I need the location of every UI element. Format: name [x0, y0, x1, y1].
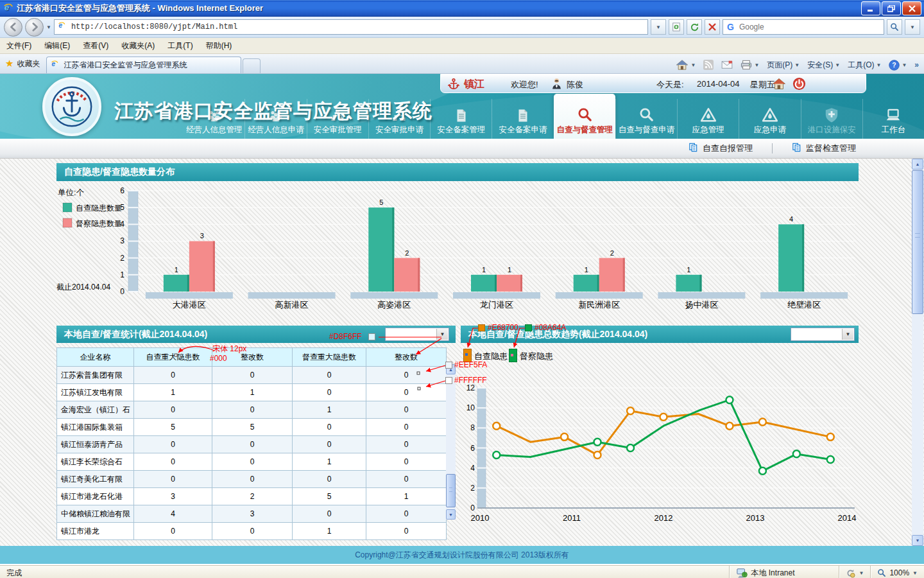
- nav-item-label: 安全备案申请: [499, 125, 547, 136]
- nav-item-12[interactable]: 工作台: [862, 99, 924, 139]
- back-button[interactable]: [4, 18, 22, 37]
- cell-value: 0: [293, 367, 366, 384]
- chevron-down-icon[interactable]: ▼: [436, 329, 448, 340]
- table-row[interactable]: 镇江恒泰沥青产品0000: [57, 436, 447, 453]
- scrollbar-up-button[interactable]: ▲: [912, 159, 923, 170]
- cell-value: 0: [212, 367, 293, 384]
- forward-button[interactable]: [25, 18, 44, 37]
- print-button[interactable]: ▼: [740, 60, 759, 70]
- nav-item-label: 港口设施保安: [808, 125, 856, 136]
- stop-button[interactable]: [705, 19, 720, 35]
- svg-text:2012: 2012: [654, 513, 673, 523]
- feeds-button[interactable]: [703, 60, 714, 70]
- home-shortcut-icon[interactable]: [772, 77, 786, 92]
- trend-filter-dropdown[interactable]: ▼: [791, 328, 855, 341]
- search-box[interactable]: G: [723, 19, 884, 35]
- compatibility-view-button[interactable]: [669, 19, 684, 35]
- user-avatar: [551, 77, 562, 92]
- table-row[interactable]: 中储粮镇江粮油有限4300: [57, 505, 447, 523]
- ie-logo-icon: e: [3, 3, 13, 15]
- cell-value: 0: [293, 384, 366, 401]
- zoom-control[interactable]: 100% ▼: [870, 566, 924, 578]
- svg-text:5: 5: [120, 203, 124, 212]
- svg-text:2: 2: [610, 249, 614, 257]
- search-button[interactable]: [887, 19, 902, 35]
- cell-value: 5: [212, 419, 293, 436]
- protected-mode-button[interactable]: ▼: [839, 566, 870, 578]
- cell-value: 1: [293, 401, 366, 419]
- nav-item-3[interactable]: 安全审批管理: [307, 99, 368, 139]
- cell-value: 4: [134, 505, 212, 523]
- tab-page-icon: e: [51, 60, 60, 71]
- nav-item-5[interactable]: 安全备案管理: [430, 99, 492, 139]
- menu-item[interactable]: 查看(V): [76, 38, 115, 53]
- table-scrollbar[interactable]: ▲ ▼: [446, 364, 456, 520]
- subnav-item-2[interactable]: 监督检查管理: [792, 143, 856, 154]
- table-row[interactable]: 镇江市港龙石化港3251: [57, 488, 447, 505]
- menu-item[interactable]: 工具(T): [161, 38, 199, 53]
- tools-menu-button[interactable]: 工具(O)▼: [848, 60, 881, 71]
- refresh-button[interactable]: [687, 19, 702, 35]
- address-bar: ▼ e ▼ G ▼: [0, 17, 924, 38]
- nav-item-7[interactable]: 自查与督查管理: [554, 94, 615, 139]
- nav-item-label: 应急管理: [692, 125, 724, 136]
- scrollbar-thumb[interactable]: [446, 474, 456, 507]
- table-row[interactable]: 镇江市港龙0010: [57, 523, 447, 540]
- computer-icon: [736, 568, 748, 578]
- stats-filter-dropdown[interactable]: ▼: [385, 328, 449, 341]
- nav-item-4[interactable]: 安全审批申请: [368, 99, 430, 139]
- nav-item-8[interactable]: 自查与督查申请: [615, 99, 677, 139]
- cell-company-name: 镇江市港龙石化港: [57, 488, 134, 505]
- nav-item-9[interactable]: 应急管理: [677, 99, 739, 139]
- menu-bar: 文件(F)编辑(E)查看(V)收藏夹(A)工具(T)帮助(H): [0, 38, 924, 54]
- stats-panel-title: 本地自查/督查统计(截止2014.04.04): [64, 329, 207, 340]
- table-row[interactable]: 江苏索普集团有限0000: [57, 367, 447, 384]
- table-row[interactable]: 金海宏业（镇江）石0010: [57, 401, 447, 419]
- nav-item-2[interactable]: 经营人信息申请: [244, 99, 306, 139]
- menu-item[interactable]: 文件(F): [0, 38, 38, 53]
- scrollbar-down-button[interactable]: ▼: [912, 535, 923, 546]
- table-row[interactable]: 镇江李长荣综合石0010: [57, 453, 447, 471]
- menu-item[interactable]: 编辑(E): [38, 38, 76, 53]
- help-button[interactable]: ? ▼: [889, 60, 907, 71]
- minimize-button[interactable]: [861, 1, 880, 15]
- favorites-button[interactable]: ★ 收藏夹: [0, 58, 46, 73]
- cell-value: 0: [212, 471, 293, 488]
- nav-item-6[interactable]: 安全备案申请: [492, 99, 553, 139]
- safety-menu-button[interactable]: 安全(S)▼: [807, 60, 840, 71]
- nav-item-1[interactable]: 经营人信息管理: [184, 99, 244, 139]
- scrollbar-thumb[interactable]: [912, 170, 923, 314]
- chevron-down-icon[interactable]: ▼: [842, 329, 853, 340]
- table-row[interactable]: 江苏镇江发电有限1100: [57, 384, 447, 401]
- chevron-more-icon[interactable]: »: [914, 60, 919, 69]
- cell-value: 3: [212, 505, 293, 523]
- legend-supervise-swatch: [509, 349, 517, 362]
- magnifier-icon: [637, 105, 655, 123]
- address-field[interactable]: e: [54, 19, 648, 35]
- menu-item[interactable]: 收藏夹(A): [115, 38, 161, 53]
- nav-item-10[interactable]: 应急申请: [739, 99, 800, 139]
- page-menu-button[interactable]: 页面(P)▼: [767, 60, 800, 71]
- browser-tab[interactable]: e 江苏省港口安全监管与应急管理系统: [46, 57, 241, 73]
- scrollbar-down-button[interactable]: ▼: [446, 509, 456, 520]
- current-date: 2014-04-04: [697, 79, 740, 89]
- menu-item[interactable]: 帮助(H): [200, 38, 239, 53]
- restore-button[interactable]: [882, 1, 901, 15]
- annotation-row-alt-swatch: [445, 362, 452, 369]
- close-button[interactable]: [902, 1, 921, 15]
- subnav-item-1[interactable]: 自查自报管理: [689, 143, 753, 154]
- table-row[interactable]: 镇江港国际集装箱5500: [57, 419, 447, 436]
- annotation-selfcheck-color: #E68700: [488, 323, 518, 332]
- page-scrollbar[interactable]: ▲ ▼: [912, 159, 923, 546]
- history-dropdown-icon[interactable]: ▼: [46, 24, 51, 30]
- subnav-divider: [772, 143, 773, 153]
- table-row[interactable]: 镇江奇美化工有限0000: [57, 471, 447, 488]
- search-input[interactable]: [738, 22, 880, 32]
- address-dropdown-button[interactable]: ▼: [651, 19, 666, 35]
- url-input[interactable]: [70, 22, 644, 32]
- new-tab-stub[interactable]: [243, 58, 261, 73]
- logout-power-icon[interactable]: [792, 77, 806, 92]
- search-options-button[interactable]: ▼: [905, 19, 920, 35]
- mail-button[interactable]: [721, 60, 733, 69]
- home-button[interactable]: ▼: [676, 59, 696, 71]
